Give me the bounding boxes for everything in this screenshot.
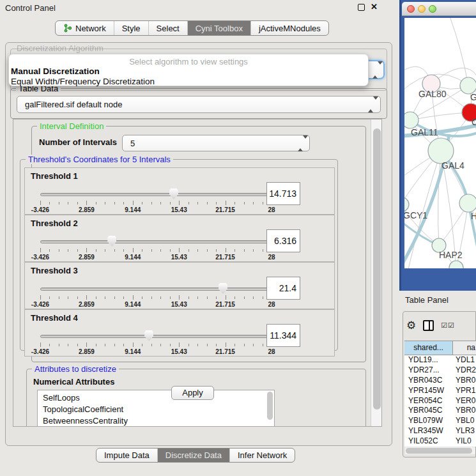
table-row[interactable]: YIL052CYIL0 xyxy=(404,436,476,447)
table-row[interactable]: YPR145WYPR1 xyxy=(404,386,476,396)
list-scrollbar[interactable] xyxy=(267,392,273,420)
column-header-shared-name[interactable]: shared... xyxy=(404,341,453,355)
tab-cyni-toolbox-label: Cyni Toolbox xyxy=(196,24,243,33)
slider-tick-labels: -3.4262.8599.14415.4321.71528 xyxy=(40,301,272,309)
cell-name[interactable]: YLR3 xyxy=(453,426,476,436)
threshold-2-panel: Threshold 2 -3.4262.8599.14415.4321.7152… xyxy=(24,215,335,262)
tab-style[interactable]: Style xyxy=(114,21,149,35)
zoom-traffic-light-icon[interactable] xyxy=(429,5,436,13)
tab-discretize-data-label: Discretize Data xyxy=(165,450,222,460)
number-of-intervals-label: Number of Intervals xyxy=(39,137,117,147)
vertical-scrollbar[interactable] xyxy=(371,119,382,426)
threshold-3-panel: Threshold 3 -3.4262.8599.14415.4321.7152… xyxy=(24,262,335,309)
tab-style-label: Style xyxy=(122,24,141,33)
cell-shared-name[interactable]: YPR145W xyxy=(404,386,453,396)
table-row[interactable]: YBR045CYBR0 xyxy=(404,406,476,416)
node-label-partial-mid: C xyxy=(472,117,476,127)
cell-shared-name[interactable]: YDL19... xyxy=(404,355,453,365)
column-header-name[interactable]: na xyxy=(453,341,476,355)
column-layout-icon[interactable] xyxy=(423,320,434,331)
threshold-3-slider[interactable]: -3.4262.8599.14415.4321.71528 xyxy=(40,282,272,307)
cell-name[interactable]: YER0 xyxy=(453,396,476,406)
settings-scroll-area: Interval Definition Number of Intervals … xyxy=(13,119,382,427)
horizontal-scrollbar[interactable] xyxy=(405,447,475,454)
slider-thumb[interactable] xyxy=(219,283,227,294)
node-gcy1 xyxy=(404,197,409,211)
tab-impute-data[interactable]: Impute Data xyxy=(96,449,158,462)
gear-icon[interactable]: ⚙ xyxy=(406,319,416,332)
minimize-traffic-light-icon[interactable] xyxy=(418,5,426,13)
control-panel-title: Control Panel xyxy=(5,3,56,13)
table-row[interactable]: YBR043CYBR0 xyxy=(404,376,476,386)
threshold-2-value[interactable]: 6.316 xyxy=(266,229,300,252)
slider-track[interactable] xyxy=(40,193,272,196)
table-panel-toolbar: ⚙ ☑☑ xyxy=(406,315,474,335)
slider-thumb[interactable] xyxy=(144,330,153,341)
control-panel-tabbar: Network Style Select Cyni Toolbox jActiv… xyxy=(55,20,329,36)
algorithm-option-manual[interactable]: Manual Discretization xyxy=(9,66,368,77)
tab-network[interactable]: Network xyxy=(56,21,114,35)
table-row[interactable]: YDL19...YDL1 xyxy=(404,355,476,365)
list-item[interactable]: SelfLoops xyxy=(43,392,274,404)
close-traffic-light-icon[interactable] xyxy=(407,5,415,13)
tab-cyni-toolbox[interactable]: Cyni Toolbox xyxy=(188,21,251,35)
number-of-intervals-select[interactable]: 5 xyxy=(122,135,310,151)
table-row[interactable]: YLR345WYLR3 xyxy=(404,426,476,436)
threshold-1-slider[interactable]: -3.4262.8599.14415.4321.71528 xyxy=(40,187,272,213)
close-icon[interactable]: ✕ xyxy=(371,2,378,12)
slider-thumb[interactable] xyxy=(107,236,116,247)
threshold-2-slider[interactable]: -3.4262.8599.14415.4321.71528 xyxy=(40,234,272,260)
numerical-attributes-list[interactable]: SelfLoops TopologicalCoefficient Between… xyxy=(37,390,275,427)
cell-name[interactable]: YBR0 xyxy=(453,376,476,386)
cell-name[interactable]: YDR2 xyxy=(453,365,476,376)
checkboxes-icon[interactable]: ☑☑ xyxy=(441,321,455,330)
tab-jactivemnodules-label: jActiveMNodules xyxy=(259,24,321,33)
scrollbar-thumb[interactable] xyxy=(406,448,472,454)
combo-arrows-icon xyxy=(372,65,378,75)
node-attribute-table[interactable]: shared... na YDL19...YDL1 YDR27...YDR2 Y… xyxy=(404,341,476,447)
table-row[interactable]: YER054CYER0 xyxy=(404,396,476,406)
slider-tick-labels: -3.4262.8599.14415.4321.71528 xyxy=(40,348,272,356)
slider-track[interactable] xyxy=(40,288,272,291)
table-row[interactable]: YBL079WYBL0 xyxy=(404,416,476,426)
cell-shared-name[interactable]: YDR27... xyxy=(404,365,453,376)
threshold-3-value[interactable]: 21.4 xyxy=(266,277,300,300)
cell-shared-name[interactable]: YBL079W xyxy=(404,416,453,426)
tab-jactivemnodules[interactable]: jActiveMNodules xyxy=(251,21,328,35)
algorithm-option-equal-width[interactable]: Equal Width/Frequency Discretization xyxy=(9,77,368,87)
cell-shared-name[interactable]: YIL052C xyxy=(404,436,453,447)
slider-ticks xyxy=(40,342,272,348)
cell-name[interactable]: YIL0 xyxy=(453,436,476,447)
table-data-select[interactable]: galFiltered.sif default node xyxy=(17,96,381,113)
table-row[interactable]: YDR27...YDR2 xyxy=(404,365,476,376)
tab-discretize-data[interactable]: Discretize Data xyxy=(158,449,230,462)
cell-name[interactable]: YPR1 xyxy=(453,386,476,396)
algorithm-placeholder-option[interactable]: Select algorithm to view settings xyxy=(9,57,368,66)
slider-track[interactable] xyxy=(40,240,272,243)
scrollbar-thumb[interactable] xyxy=(373,128,381,410)
list-item[interactable]: TopologicalCoefficient xyxy=(43,404,274,415)
cell-shared-name[interactable]: YLR345W xyxy=(404,426,453,436)
cell-name[interactable]: YBR0 xyxy=(453,406,476,416)
threshold-1-value[interactable]: 14.713 xyxy=(266,182,300,205)
tab-infer-network[interactable]: Infer Network xyxy=(230,449,295,462)
interval-definition-title: Interval Definition xyxy=(37,121,106,131)
slider-track[interactable] xyxy=(40,335,272,338)
threshold-4-value[interactable]: 11.344 xyxy=(266,324,300,347)
apply-button[interactable]: Apply xyxy=(171,386,214,400)
control-panel-titlebar: Control Panel ✕ xyxy=(0,0,397,15)
slider-tick-labels: -3.4262.8599.14415.4321.71528 xyxy=(40,254,272,261)
network-canvas[interactable]: GAL80 G C GAL11 GAL4 GCY1 H HAP2 xyxy=(404,18,476,268)
float-window-icon[interactable] xyxy=(358,4,365,11)
slider-thumb[interactable] xyxy=(169,188,178,199)
node-partial-low xyxy=(459,194,476,212)
cell-shared-name[interactable]: YBR043C xyxy=(404,376,453,386)
list-item[interactable]: BetweennessCentrality xyxy=(43,415,274,427)
discretization-algorithm-group-title: Discretization Algorithm xyxy=(17,43,104,53)
cell-shared-name[interactable]: YBR045C xyxy=(404,406,453,416)
cell-name[interactable]: YDL1 xyxy=(453,355,476,365)
tab-select[interactable]: Select xyxy=(149,21,188,35)
cell-shared-name[interactable]: YER054C xyxy=(404,396,453,406)
cell-name[interactable]: YBL0 xyxy=(453,416,476,426)
threshold-4-slider[interactable]: -3.4262.8599.14415.4321.71528 xyxy=(40,329,272,355)
